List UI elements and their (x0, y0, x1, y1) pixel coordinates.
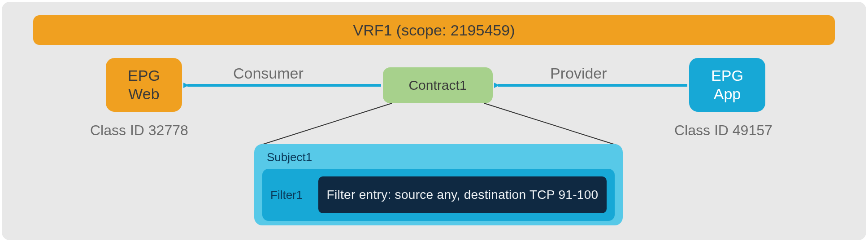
epg-web-label: EPG Web (128, 66, 160, 103)
consumer-label: Consumer (233, 65, 304, 82)
epg-app-box: EPG App (689, 58, 765, 112)
contract-box: Contract1 (383, 67, 493, 103)
contract-to-subject-left (259, 103, 392, 145)
provider-label: Provider (550, 65, 607, 82)
contract-label: Contract1 (408, 78, 467, 93)
contract-to-subject-right (484, 103, 618, 145)
epg-app-class-id: Class ID 49157 (674, 122, 773, 139)
filter-entry: Filter entry: source any, destination TC… (318, 176, 607, 213)
filter-entry-text: Filter entry: source any, destination TC… (327, 188, 599, 202)
diagram-canvas: VRF1 (scope: 2195459) EPG Web Class ID 3… (2, 2, 866, 240)
subject-label: Subject1 (267, 150, 615, 164)
filter-label: Filter1 (270, 188, 308, 202)
filter-box: Filter1 Filter entry: source any, destin… (262, 169, 615, 221)
epg-web-box: EPG Web (106, 58, 182, 112)
epg-app-label: EPG App (711, 66, 743, 103)
vrf-scope-bar: VRF1 (scope: 2195459) (33, 15, 835, 45)
vrf-label: VRF1 (scope: 2195459) (353, 22, 515, 39)
subject-box: Subject1 Filter1 Filter entry: source an… (254, 144, 623, 225)
epg-web-class-id: Class ID 32778 (90, 122, 188, 139)
